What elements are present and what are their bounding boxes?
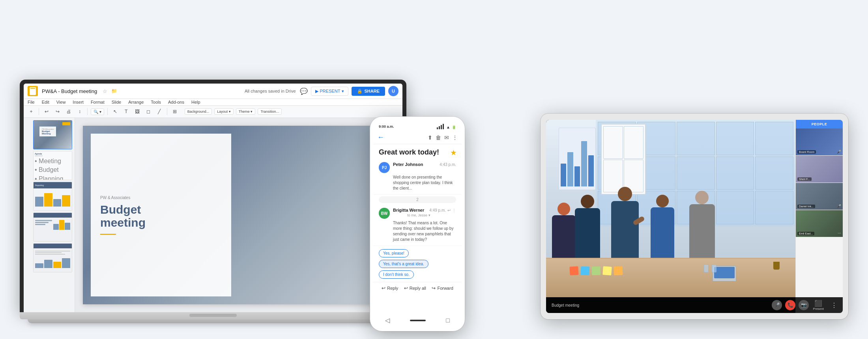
smart-reply-3[interactable]: I don't think so. [379,270,414,279]
people-panel: PEOPLE Board Room 🎤 Sheri F... Daniel In… [795,120,843,313]
layout-button[interactable]: Layout ▾ [214,108,234,115]
menu-view[interactable]: View [56,100,66,104]
toolbar-redo[interactable]: ↪ [53,107,62,116]
archive-icon[interactable]: ⬆ [428,134,432,141]
person-4-head [656,195,669,207]
toolbar-undo[interactable]: ↩ [42,107,51,116]
people-thumb-1[interactable]: Board Room 🎤 [796,129,843,156]
comment-icon[interactable]: 💬 [300,88,308,95]
background-button[interactable]: Background... [185,108,212,115]
toolbar-zoom[interactable]: 🔍 ▾ [91,108,104,115]
menu-edit[interactable]: Edit [42,100,49,104]
present-button[interactable]: ▶ PRESENT ▾ [311,87,349,96]
smart-reply-2[interactable]: Yes, that's a great idea. [379,260,428,268]
sticky-3 [592,266,600,275]
slide-item-5[interactable]: 5 [26,243,72,272]
mute-button[interactable]: 🎤 [772,300,782,310]
people-thumb-3[interactable]: Daniel Ink... 🎤 [796,183,843,210]
menu-addons[interactable]: Add-ons [168,100,184,104]
slide-thumb-1[interactable]: PW & Associates BudgetMeeting [33,120,72,149]
slide-thumb-4[interactable] [33,212,72,242]
slide-item-2[interactable]: 2 Agenda • Meeting• Budget• Planning• Ti… [26,151,72,180]
email-body-1: Well done on presenting the shopping cen… [393,175,456,191]
sender-name-2: Brigitta Werner [393,208,424,212]
meeting-scene [546,120,795,297]
slide-5-bar-1 [35,263,43,268]
meeting-controls: 🎤 📞 📷 [772,300,809,310]
reply-icon: ↩ [447,208,451,212]
slide-5-chart [35,256,70,268]
menu-help[interactable]: Help [191,100,200,104]
toolbar-sep-1 [39,108,39,115]
menu-file[interactable]: File [28,100,35,104]
toolbar-more[interactable]: ⊞ [170,107,179,116]
mail-icon[interactable]: ✉ [444,134,449,141]
toolbar-textbox[interactable]: T [122,107,131,116]
email-sender-info-2: Brigitta Werner 4:49 p.m. ↩ ⋮ to me, Jes… [393,208,456,217]
meeting-title: Budget meeting [552,303,768,307]
toolbar-shape[interactable]: ◻ [144,107,153,116]
nav-recents[interactable]: □ [446,317,450,324]
slide-5-bar-4 [62,258,70,268]
signal-bar-3 [441,125,442,129]
slide-1-label [62,122,70,125]
toolbar-add[interactable]: + [27,107,36,116]
email-msg-header-2: BW Brigitta Werner 4:49 p.m. ↩ ⋮ [379,208,456,219]
slides-toolbar: + ↩ ↪ 🖨 ↕ 🔍 ▾ ↖ T 🖼 ◻ ╱ [24,106,402,118]
more-icon-2[interactable]: ⋮ [452,208,456,212]
present-label-tablet: Present [813,307,824,311]
back-button[interactable]: ← [377,133,384,142]
more-icon[interactable]: ⋮ [452,134,458,141]
email-subject-text: Great work today! [379,148,439,156]
slide-4-chart-2 [59,220,65,230]
reply-all-label: Reply all [410,286,426,291]
camera-button[interactable]: 📷 [799,300,809,310]
end-call-button[interactable]: 📞 [785,300,795,310]
main-title-line1: Budget [100,203,141,216]
slide-thumb-5[interactable] [33,243,72,272]
toolbar-cursor[interactable]: ↕ [75,107,84,116]
slides-titlebar: PW&A - Budget meeting ☆ 📁 All changes sa… [24,84,402,99]
theme-button[interactable]: Theme ▾ [236,108,256,115]
slide-thumb-2[interactable]: Agenda • Meeting• Budget• Planning• Timi… [33,151,72,180]
reply-all-button[interactable]: ↩ Reply all [404,285,426,291]
menu-tools[interactable]: Tools [151,100,161,104]
people-thumb-2[interactable]: Sheri F... [796,156,843,183]
delete-icon[interactable]: 🗑 [436,134,441,141]
toolbar-print[interactable]: 🖨 [64,107,73,116]
toolbar-cursor2[interactable]: ↖ [111,107,120,116]
person-5-head [695,191,709,204]
menu-insert[interactable]: Insert [73,100,84,104]
people-thumb-4[interactable]: Emil East... ⋯ [796,210,843,237]
wb-cell-1 [603,126,623,159]
tablet-outer: PEOPLE Board Room 🎤 Sheri F... Daniel In… [541,114,848,319]
menu-arrange[interactable]: Arrange [128,100,144,104]
email-collapsed[interactable]: 2 [379,196,456,203]
glass-1 [704,264,709,272]
reply-button[interactable]: ↩ Reply [382,285,398,291]
slide-4-chart-1 [53,224,59,230]
slide-item-1[interactable]: 1 PW & Associates BudgetMeeting [26,120,72,149]
slide-item-4[interactable]: 4 [26,212,72,242]
slide-item-3[interactable]: 3 Reporting [26,182,72,211]
more-options-button[interactable]: ⋮ [831,302,837,309]
nav-home[interactable] [410,320,426,321]
slides-app: PW&A - Budget meeting ☆ 📁 All changes sa… [24,84,402,312]
person-2-head [581,195,594,208]
transition-button[interactable]: Transition... [258,108,282,115]
nav-back[interactable]: ◁ [385,317,390,324]
slide-thumb-3[interactable]: Reporting [33,182,72,211]
forward-button[interactable]: ↪ Forward [432,285,453,291]
toolbar-image[interactable]: 🖼 [133,107,142,116]
share-button[interactable]: 🔒 SHARE [352,87,385,96]
menu-format[interactable]: Format [91,100,105,104]
menu-slide[interactable]: Slide [112,100,121,104]
sender-name-1: Peter Johnson [393,162,423,167]
slide-thumb-content-4 [34,213,72,241]
reply-icon-action: ↩ [382,285,385,291]
toolbar-line[interactable]: ╱ [155,107,164,116]
email-star[interactable]: ★ [451,149,456,156]
slide-thumb-content-3: Reporting [34,182,72,210]
smart-reply-1[interactable]: Yes, please! [379,249,409,257]
people-thumb-more-4[interactable]: ⋯ [838,231,841,235]
